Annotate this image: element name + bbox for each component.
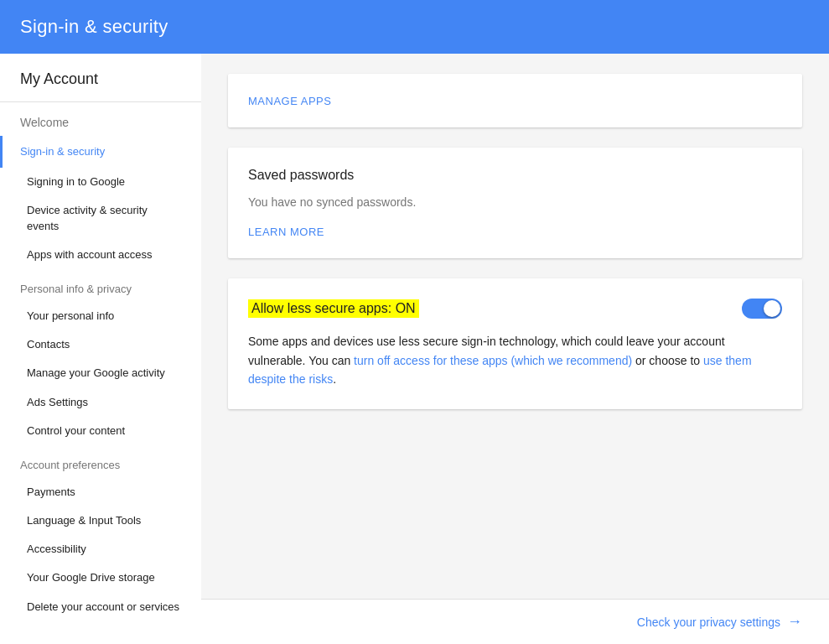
sidebar-item-manage-activity[interactable]: Manage your Google activity (0, 359, 201, 387)
saved-passwords-card: Saved passwords You have no synced passw… (228, 148, 802, 258)
sidebar-item-signin-security[interactable]: Sign-in & security (0, 136, 201, 168)
sidebar-item-language-input[interactable]: Language & Input Tools (0, 506, 201, 535)
saved-passwords-description: You have no synced passwords. (248, 193, 782, 211)
sidebar-welcome: Welcome (0, 102, 201, 136)
manage-apps-card: MANAGE APPS (228, 74, 802, 127)
sidebar-item-signing-in[interactable]: Signing in to Google (0, 168, 201, 196)
sidebar-item-payments[interactable]: Payments (0, 478, 201, 506)
secure-apps-title: Allow less secure apps: ON (248, 299, 419, 318)
header-title: Sign-in & security (20, 16, 168, 38)
main-layout: My Account Welcome Sign-in & security Si… (0, 54, 829, 644)
privacy-settings-link[interactable]: Check your privacy settings → (637, 613, 802, 631)
secure-apps-card: Allow less secure apps: ON Some apps and… (228, 278, 802, 408)
manage-apps-link[interactable]: MANAGE APPS (248, 95, 331, 107)
sidebar-item-apps-access[interactable]: Apps with account access (0, 241, 201, 269)
sidebar-item-delete-account[interactable]: Delete your account or services (0, 593, 201, 621)
sidebar-item-accessibility[interactable]: Accessibility (0, 535, 201, 564)
less-secure-apps-toggle[interactable] (742, 299, 782, 319)
secure-apps-description: Some apps and devices use less secure si… (248, 332, 782, 388)
page-header: Sign-in & security (0, 0, 829, 54)
sidebar-item-contacts[interactable]: Contacts (0, 330, 201, 359)
sidebar-section-account-prefs: Account preferences (0, 445, 201, 478)
sidebar: My Account Welcome Sign-in & security Si… (0, 54, 201, 644)
sidebar-item-personal-info[interactable]: Your personal info (0, 302, 201, 330)
main-content: MANAGE APPS Saved passwords You have no … (201, 54, 829, 599)
sidebar-item-control-content[interactable]: Control your content (0, 417, 201, 445)
learn-more-link[interactable]: LEARN MORE (248, 226, 324, 238)
toggle-knob (764, 300, 780, 317)
turn-off-access-link[interactable]: turn off access for these apps (which we… (354, 354, 632, 367)
sidebar-item-drive-storage[interactable]: Your Google Drive storage (0, 564, 201, 592)
sidebar-app-title: My Account (0, 54, 201, 102)
sidebar-section-personal-info: Personal info & privacy (0, 269, 201, 302)
arrow-icon: → (787, 613, 802, 631)
footer-bar: Check your privacy settings → (201, 599, 829, 644)
sidebar-item-ads-settings[interactable]: Ads Settings (0, 388, 201, 417)
saved-passwords-title: Saved passwords (248, 168, 782, 183)
secure-apps-header: Allow less secure apps: ON (248, 299, 782, 319)
sidebar-item-device-activity[interactable]: Device activity & security events (0, 196, 201, 240)
toggle-container (742, 299, 782, 319)
